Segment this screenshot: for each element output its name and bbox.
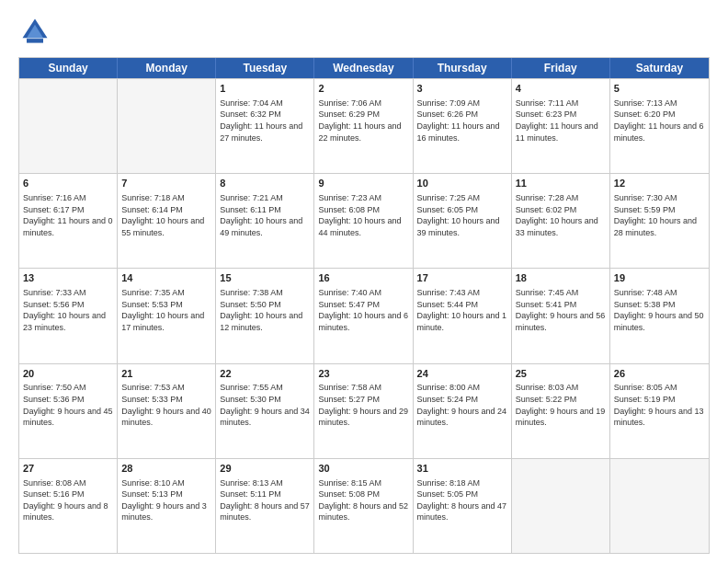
- day-number: 15: [220, 271, 310, 285]
- day-cell-30: 30Sunrise: 8:15 AM Sunset: 5:08 PM Dayli…: [314, 459, 413, 553]
- day-number: 1: [220, 82, 310, 96]
- sun-info: Sunrise: 8:03 AM Sunset: 5:22 PM Dayligh…: [516, 382, 606, 428]
- sun-info: Sunrise: 7:25 AM Sunset: 6:05 PM Dayligh…: [417, 192, 507, 238]
- sun-info: Sunrise: 8:08 AM Sunset: 5:16 PM Dayligh…: [23, 477, 113, 523]
- sun-info: Sunrise: 7:58 AM Sunset: 5:27 PM Dayligh…: [318, 382, 408, 428]
- day-cell-27: 27Sunrise: 8:08 AM Sunset: 5:16 PM Dayli…: [19, 459, 118, 553]
- calendar-row-4: 20Sunrise: 7:50 AM Sunset: 5:36 PM Dayli…: [19, 363, 709, 458]
- day-number: 5: [614, 82, 705, 96]
- day-cell-21: 21Sunrise: 7:53 AM Sunset: 5:33 PM Dayli…: [118, 364, 216, 458]
- day-cell-24: 24Sunrise: 8:00 AM Sunset: 5:24 PM Dayli…: [414, 364, 512, 458]
- sun-info: Sunrise: 8:18 AM Sunset: 5:05 PM Dayligh…: [417, 477, 507, 523]
- sun-info: Sunrise: 7:30 AM Sunset: 5:59 PM Dayligh…: [614, 192, 705, 238]
- day-number: 26: [614, 367, 705, 381]
- day-cell-3: 3Sunrise: 7:09 AM Sunset: 6:26 PM Daylig…: [414, 79, 512, 173]
- day-number: 14: [121, 271, 211, 285]
- day-cell-20: 20Sunrise: 7:50 AM Sunset: 5:36 PM Dayli…: [19, 364, 118, 458]
- day-cell-11: 11Sunrise: 7:28 AM Sunset: 6:02 PM Dayli…: [512, 174, 610, 268]
- sun-info: Sunrise: 7:16 AM Sunset: 6:17 PM Dayligh…: [23, 192, 113, 238]
- header-day-tuesday: Tuesday: [216, 58, 314, 78]
- day-number: 23: [318, 367, 408, 381]
- header-day-sunday: Sunday: [19, 58, 118, 78]
- sun-info: Sunrise: 7:06 AM Sunset: 6:29 PM Dayligh…: [318, 98, 408, 144]
- logo-icon: [18, 15, 51, 48]
- day-cell-15: 15Sunrise: 7:38 AM Sunset: 5:50 PM Dayli…: [216, 269, 314, 362]
- empty-cell: [118, 79, 216, 173]
- day-cell-2: 2Sunrise: 7:06 AM Sunset: 6:29 PM Daylig…: [314, 79, 413, 173]
- day-cell-31: 31Sunrise: 8:18 AM Sunset: 5:05 PM Dayli…: [414, 459, 512, 553]
- day-cell-28: 28Sunrise: 8:10 AM Sunset: 5:13 PM Dayli…: [118, 459, 216, 553]
- day-cell-7: 7Sunrise: 7:18 AM Sunset: 6:14 PM Daylig…: [118, 174, 216, 268]
- day-cell-9: 9Sunrise: 7:23 AM Sunset: 6:08 PM Daylig…: [314, 174, 413, 268]
- day-cell-1: 1Sunrise: 7:04 AM Sunset: 6:32 PM Daylig…: [216, 79, 314, 173]
- day-number: 16: [318, 271, 408, 285]
- day-number: 2: [318, 82, 408, 96]
- day-cell-8: 8Sunrise: 7:21 AM Sunset: 6:11 PM Daylig…: [216, 174, 314, 268]
- day-number: 27: [23, 462, 113, 476]
- day-cell-25: 25Sunrise: 8:03 AM Sunset: 5:22 PM Dayli…: [512, 364, 610, 458]
- header-day-monday: Monday: [118, 58, 216, 78]
- sun-info: Sunrise: 8:15 AM Sunset: 5:08 PM Dayligh…: [318, 477, 408, 523]
- day-number: 22: [220, 367, 310, 381]
- sun-info: Sunrise: 7:04 AM Sunset: 6:32 PM Dayligh…: [220, 98, 310, 144]
- day-number: 24: [417, 367, 507, 381]
- day-number: 11: [516, 177, 606, 190]
- calendar-row-2: 6Sunrise: 7:16 AM Sunset: 6:17 PM Daylig…: [19, 173, 709, 268]
- day-number: 30: [318, 462, 408, 476]
- calendar: SundayMondayTuesdayWednesdayThursdayFrid…: [18, 57, 710, 554]
- day-number: 12: [614, 177, 705, 190]
- day-number: 3: [417, 82, 507, 96]
- sun-info: Sunrise: 7:28 AM Sunset: 6:02 PM Dayligh…: [516, 192, 606, 238]
- sun-info: Sunrise: 7:18 AM Sunset: 6:14 PM Dayligh…: [121, 192, 211, 238]
- day-number: 17: [417, 271, 507, 285]
- day-cell-5: 5Sunrise: 7:13 AM Sunset: 6:20 PM Daylig…: [610, 79, 709, 173]
- day-number: 6: [23, 177, 113, 190]
- day-cell-17: 17Sunrise: 7:43 AM Sunset: 5:44 PM Dayli…: [414, 269, 512, 362]
- day-cell-29: 29Sunrise: 8:13 AM Sunset: 5:11 PM Dayli…: [216, 459, 314, 553]
- day-cell-13: 13Sunrise: 7:33 AM Sunset: 5:56 PM Dayli…: [19, 269, 118, 362]
- day-number: 20: [23, 367, 113, 381]
- day-number: 21: [121, 367, 211, 381]
- day-number: 4: [516, 82, 606, 96]
- sun-info: Sunrise: 7:23 AM Sunset: 6:08 PM Dayligh…: [318, 192, 408, 238]
- day-cell-4: 4Sunrise: 7:11 AM Sunset: 6:23 PM Daylig…: [512, 79, 610, 173]
- day-cell-10: 10Sunrise: 7:25 AM Sunset: 6:05 PM Dayli…: [414, 174, 512, 268]
- day-cell-26: 26Sunrise: 8:05 AM Sunset: 5:19 PM Dayli…: [610, 364, 709, 458]
- sun-info: Sunrise: 7:33 AM Sunset: 5:56 PM Dayligh…: [23, 287, 113, 333]
- day-cell-14: 14Sunrise: 7:35 AM Sunset: 5:53 PM Dayli…: [118, 269, 216, 362]
- day-number: 25: [516, 367, 606, 381]
- day-cell-23: 23Sunrise: 7:58 AM Sunset: 5:27 PM Dayli…: [314, 364, 413, 458]
- sun-info: Sunrise: 8:10 AM Sunset: 5:13 PM Dayligh…: [121, 477, 211, 523]
- sun-info: Sunrise: 7:45 AM Sunset: 5:41 PM Dayligh…: [516, 287, 606, 333]
- day-number: 31: [417, 462, 507, 476]
- sun-info: Sunrise: 7:55 AM Sunset: 5:30 PM Dayligh…: [220, 382, 310, 428]
- calendar-header: SundayMondayTuesdayWednesdayThursdayFrid…: [19, 58, 709, 78]
- day-number: 10: [417, 177, 507, 190]
- day-cell-19: 19Sunrise: 7:48 AM Sunset: 5:38 PM Dayli…: [610, 269, 709, 362]
- sun-info: Sunrise: 7:11 AM Sunset: 6:23 PM Dayligh…: [516, 98, 606, 144]
- day-number: 9: [318, 177, 408, 190]
- header-day-friday: Friday: [512, 58, 610, 78]
- day-number: 19: [614, 271, 705, 285]
- empty-cell: [610, 459, 709, 553]
- sun-info: Sunrise: 8:00 AM Sunset: 5:24 PM Dayligh…: [417, 382, 507, 428]
- day-number: 18: [516, 271, 606, 285]
- sun-info: Sunrise: 7:48 AM Sunset: 5:38 PM Dayligh…: [614, 287, 705, 333]
- sun-info: Sunrise: 7:38 AM Sunset: 5:50 PM Dayligh…: [220, 287, 310, 333]
- header-day-thursday: Thursday: [414, 58, 512, 78]
- svg-rect-2: [27, 39, 43, 43]
- day-number: 29: [220, 462, 310, 476]
- logo: [18, 15, 55, 48]
- empty-cell: [19, 79, 118, 173]
- sun-info: Sunrise: 7:13 AM Sunset: 6:20 PM Dayligh…: [614, 98, 705, 144]
- empty-cell: [512, 459, 610, 553]
- sun-info: Sunrise: 7:40 AM Sunset: 5:47 PM Dayligh…: [318, 287, 408, 333]
- day-cell-22: 22Sunrise: 7:55 AM Sunset: 5:30 PM Dayli…: [216, 364, 314, 458]
- calendar-row-1: 1Sunrise: 7:04 AM Sunset: 6:32 PM Daylig…: [19, 78, 709, 173]
- sun-info: Sunrise: 7:35 AM Sunset: 5:53 PM Dayligh…: [121, 287, 211, 333]
- sun-info: Sunrise: 7:50 AM Sunset: 5:36 PM Dayligh…: [23, 382, 113, 428]
- header: [18, 15, 710, 48]
- day-number: 8: [220, 177, 310, 190]
- header-day-wednesday: Wednesday: [314, 58, 413, 78]
- sun-info: Sunrise: 8:05 AM Sunset: 5:19 PM Dayligh…: [614, 382, 705, 428]
